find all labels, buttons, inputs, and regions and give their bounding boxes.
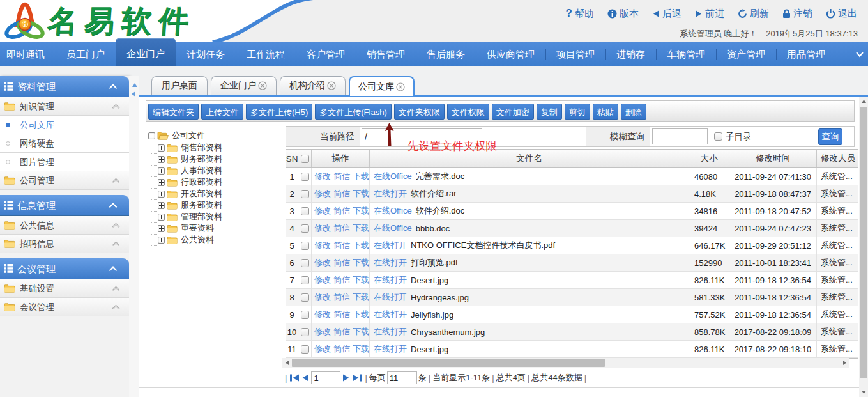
sidebar-item-2-1[interactable]: 会议管理 [0, 298, 129, 316]
row-checkbox[interactable] [301, 207, 309, 215]
navbar-chevron-down-icon[interactable] [855, 51, 864, 58]
row-checkbox[interactable] [301, 173, 309, 181]
op-link-1[interactable]: 简信 [333, 309, 350, 320]
tree-node-6[interactable]: 管理部资料 [148, 211, 282, 222]
op-link-1[interactable]: 简信 [333, 326, 350, 338]
toolbar-button-10[interactable]: 删除 [621, 104, 646, 120]
expand-box-icon[interactable] [158, 179, 165, 186]
tab-1[interactable]: 企业门户 [211, 76, 277, 95]
op-link-0[interactable]: 修改 [314, 205, 331, 217]
sidebar-item-0-2[interactable]: 网络硬盘 [0, 134, 129, 153]
tree-node-8[interactable]: 公共资料 [148, 234, 282, 245]
row-checkbox[interactable] [301, 242, 309, 250]
row-checkbox[interactable] [301, 259, 309, 267]
op-link-2[interactable]: 下载 [353, 326, 369, 338]
row-checkbox[interactable] [301, 345, 309, 354]
select-all-checkbox[interactable] [301, 155, 309, 163]
expand-box-icon[interactable] [158, 167, 165, 175]
utility-back[interactable]: 后退 [652, 8, 681, 20]
op-link-1[interactable]: 简信 [333, 257, 350, 269]
close-tab-icon[interactable] [396, 82, 405, 91]
op-link-2[interactable]: 下载 [353, 222, 369, 234]
vscroll-down-arrow-icon[interactable] [859, 387, 868, 397]
open-link[interactable]: 在线打开 [374, 343, 407, 355]
op-link-2[interactable]: 下载 [353, 257, 369, 269]
op-link-2[interactable]: 下载 [353, 274, 369, 286]
sidebar-item-0-1[interactable]: 公司文库 [0, 116, 129, 134]
tab-3[interactable]: 公司文库 [349, 76, 415, 96]
op-link-2[interactable]: 下载 [353, 309, 369, 320]
query-button[interactable]: 查询 [818, 128, 842, 145]
op-link-0[interactable]: 修改 [314, 326, 331, 338]
open-link[interactable]: 在线打开 [374, 292, 407, 303]
prev-page-button[interactable] [301, 374, 309, 382]
fuzzy-search-input[interactable] [652, 128, 708, 144]
collapse-box-icon[interactable] [148, 132, 155, 139]
expand-box-icon[interactable] [158, 214, 165, 221]
open-link[interactable]: 在线打开 [374, 274, 407, 286]
expand-box-icon[interactable] [158, 144, 165, 152]
tab-0[interactable]: 用户桌面 [151, 76, 208, 95]
toolbar-button-4[interactable]: 文件夹权限 [394, 104, 445, 120]
nav-item-1[interactable]: 员工门户 [56, 42, 116, 66]
utility-exit[interactable]: 退出 [826, 8, 857, 20]
op-link-1[interactable]: 简信 [333, 240, 350, 251]
splitter-collapse-icon[interactable] [131, 91, 136, 97]
op-link-0[interactable]: 修改 [314, 222, 331, 234]
utility-help[interactable]: ?帮助 [566, 7, 594, 20]
hscroll-right-arrow-icon[interactable] [840, 358, 849, 368]
utility-forward[interactable]: 前进 [695, 8, 724, 20]
open-link[interactable]: 在线打开 [374, 240, 407, 251]
toolbar-button-3[interactable]: 多文件上传(Flash) [315, 104, 391, 120]
row-checkbox[interactable] [301, 311, 309, 319]
hscroll-thumb[interactable] [292, 359, 605, 367]
expand-box-icon[interactable] [158, 156, 165, 163]
expand-box-icon[interactable] [158, 225, 165, 232]
op-link-1[interactable]: 简信 [333, 205, 350, 217]
toolbar-button-8[interactable]: 剪切 [565, 104, 590, 120]
nav-item-4[interactable]: 工作流程 [236, 42, 296, 66]
tree-node-0[interactable]: 销售部资料 [148, 142, 282, 153]
toolbar-button-5[interactable]: 文件权限 [447, 104, 489, 120]
splitter-up-arrow-icon[interactable] [132, 82, 138, 88]
vscroll-thumb[interactable] [860, 107, 867, 378]
toolbar-button-6[interactable]: 文件加密 [492, 104, 534, 120]
op-link-2[interactable]: 下载 [353, 292, 369, 303]
tree-node-7[interactable]: 重要资料 [148, 222, 282, 234]
open-link[interactable]: 在线Office [374, 205, 412, 217]
nav-item-13[interactable]: 用品管理 [776, 42, 836, 66]
tree-node-1[interactable]: 财务部资料 [148, 153, 282, 165]
open-link[interactable]: 在线打开 [374, 188, 407, 199]
op-link-1[interactable]: 简信 [333, 188, 350, 199]
sidebar-item-0-3[interactable]: 图片管理 [0, 153, 129, 171]
nav-item-3[interactable]: 计划任务 [176, 42, 236, 66]
op-link-0[interactable]: 修改 [314, 171, 331, 182]
open-link[interactable]: 在线Office [374, 222, 412, 234]
row-checkbox[interactable] [301, 224, 309, 233]
utility-refresh[interactable]: 刷新 [738, 8, 769, 20]
row-checkbox[interactable] [301, 190, 309, 198]
toolbar-button-1[interactable]: 上传文件 [201, 104, 243, 120]
op-link-2[interactable]: 下载 [353, 188, 369, 199]
toolbar-button-2[interactable]: 多文件上传(H5) [246, 104, 312, 120]
utility-logout[interactable]: 注销 [782, 8, 812, 20]
next-page-button[interactable] [342, 374, 351, 382]
op-link-2[interactable]: 下载 [353, 205, 369, 217]
sidebar-section-0-header[interactable]: 资料管理 [0, 76, 129, 97]
per-page-input[interactable] [387, 371, 417, 384]
op-link-2[interactable]: 下载 [353, 171, 369, 182]
tree-root-node[interactable]: 公司文件 [148, 129, 282, 142]
first-page-button[interactable] [289, 374, 300, 382]
op-link-2[interactable]: 下载 [353, 343, 369, 355]
open-link[interactable]: 在线Office [374, 171, 412, 182]
tab-2[interactable]: 机构介绍 [280, 76, 346, 95]
sidebar-item-1-0[interactable]: 公共信息 [0, 216, 129, 235]
nav-item-0[interactable]: 即时通讯 [0, 42, 56, 66]
tree-node-5[interactable]: 服务部资料 [148, 199, 282, 211]
op-link-0[interactable]: 修改 [314, 292, 331, 303]
op-link-1[interactable]: 简信 [333, 222, 350, 234]
last-page-button[interactable] [352, 374, 362, 382]
expand-box-icon[interactable] [158, 202, 165, 209]
tree-node-4[interactable]: 开发部资料 [148, 188, 282, 199]
hscroll-left-arrow-icon[interactable] [282, 358, 292, 368]
